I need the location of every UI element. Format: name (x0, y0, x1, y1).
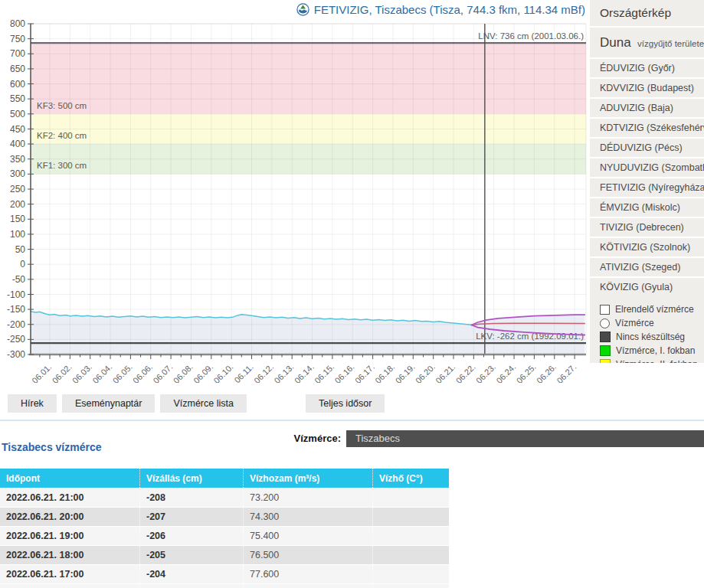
cell-discharge: 76.500 (243, 546, 372, 564)
cell-timestamp: 2022.06.21. 18:00 (0, 546, 139, 564)
table-row: 2022.06.21. 21:00 -208 73.200 (0, 488, 449, 507)
svg-text:06.14.: 06.14. (293, 362, 316, 383)
svg-text:700: 700 (10, 48, 25, 59)
svg-text:-50: -50 (12, 274, 26, 285)
sidebar-item[interactable]: ÉMVIZIG (Miskolc) (590, 197, 704, 217)
svg-text:500: 500 (10, 109, 25, 119)
legend-swatch-icon (600, 359, 611, 363)
water-level-chart-panel: FETIVIZIG, Tiszabecs (Tisza, 744.3 fkm, … (0, 0, 590, 383)
sidebar-item[interactable]: ATIVIZIG (Szeged) (590, 256, 704, 276)
water-level-chart: KF3: 500 cmKF2: 400 cmKF1: 300 cmLNV: 73… (0, 0, 590, 383)
legend-row: Vízmérce (590, 316, 704, 330)
cell-timestamp: 2022.06.21. 19:00 (0, 527, 139, 545)
page-title: Tiszabecs vízmérce (2, 441, 102, 453)
sidebar-item[interactable]: DÉDUVIZIG (Pécs) (590, 137, 704, 157)
tab[interactable]: Hírek (8, 394, 57, 413)
sidebar-item[interactable]: KDTVIZIG (Székesfehérvár) (590, 117, 704, 137)
svg-text:-150: -150 (7, 304, 25, 315)
legend-swatch-icon (600, 332, 611, 342)
svg-text:06.04.: 06.04. (90, 362, 113, 383)
svg-text:06.01.: 06.01. (30, 362, 53, 383)
sidebar-basin-title[interactable]: Duna vízgyűjtő területe (590, 26, 704, 57)
cell-water-temp (372, 546, 449, 564)
basin-name: Duna (600, 35, 631, 50)
sidebar-item[interactable]: FETIVIZIG (Nyíregyháza) (590, 177, 704, 197)
svg-text:06.25.: 06.25. (515, 362, 538, 383)
water-monitoring-page: { "title": "FETIVIZIG, Tiszabecs (Tisza,… (0, 0, 704, 588)
table-row: 2022.06.21. 17:00 -204 77.600 (0, 564, 449, 583)
svg-text:KF1: 300 cm: KF1: 300 cm (37, 161, 87, 170)
tab-bar: Hírek Eseménynaptár Vízmérce lista Telje… (0, 394, 704, 414)
sidebar-item[interactable]: KDVVIZIG (Budapest) (590, 77, 704, 97)
svg-text:06.22.: 06.22. (454, 362, 477, 383)
cell-timestamp: 2022.06.21. 20:00 (0, 508, 139, 526)
legend-row: Nincs készültség (590, 330, 704, 344)
svg-text:06.10.: 06.10. (211, 362, 234, 383)
table-row-partial (0, 583, 449, 588)
table-body: 2022.06.21. 21:00 -208 73.200 2022.06.21… (0, 488, 449, 583)
svg-text:250: 250 (10, 184, 25, 194)
svg-text:KF3: 500 cm: KF3: 500 cm (37, 101, 87, 110)
svg-text:-200: -200 (7, 319, 25, 330)
legend-row: Vízmérce, II. fokban (590, 358, 704, 363)
svg-text:06.21.: 06.21. (434, 362, 457, 383)
sidebar-item[interactable]: KÖVIZIG (Gyula) (590, 276, 704, 296)
sidebar-item[interactable]: ÉDUVIZIG (Győr) (590, 57, 704, 77)
legend-label: Nincs készültség (616, 332, 685, 342)
gauge-select[interactable]: Tiszabecs (346, 430, 704, 447)
legend-label: Elrendelő vízmérce (615, 304, 694, 315)
col-header-discharge: Vízhozam (m³/s) (243, 469, 372, 488)
table-header-row: Időpont Vízállás (cm) Vízhozam (m³/s) Ví… (0, 469, 449, 488)
tab[interactable]: Eseménynaptár (62, 394, 156, 413)
svg-text:06.27.: 06.27. (555, 362, 578, 383)
cell-timestamp: 2022.06.21. 17:00 (0, 565, 139, 583)
svg-text:50: 50 (15, 244, 26, 255)
svg-text:450: 450 (10, 124, 25, 135)
svg-text:-100: -100 (7, 289, 25, 300)
col-header-water-level: Vízállás (cm) (139, 469, 243, 488)
sidebar-item[interactable]: TIVIZIG (Debrecen) (590, 217, 704, 237)
svg-text:06.19.: 06.19. (394, 362, 417, 383)
svg-text:350: 350 (10, 154, 25, 165)
svg-text:06.20.: 06.20. (414, 362, 437, 383)
svg-text:06.05.: 06.05. (111, 362, 134, 383)
sidebar-item[interactable]: KÖTIVIZIG (Szolnok) (590, 237, 704, 256)
cell-water-temp (372, 488, 449, 507)
cell-water-level: -205 (139, 546, 243, 564)
svg-text:06.13.: 06.13. (272, 362, 295, 383)
svg-text:06.23.: 06.23. (474, 362, 497, 383)
cell-water-temp (372, 527, 449, 545)
measurements-table: Időpont Vízállás (cm) Vízhozam (m³/s) Ví… (0, 469, 449, 588)
svg-text:06.12.: 06.12. (252, 362, 275, 383)
sidebar-item[interactable]: ADUVIZIG (Baja) (590, 97, 704, 117)
cell-discharge: 75.400 (243, 527, 372, 545)
chart-title: FETIVIZIG, Tiszabecs (Tisza, 744.3 fkm, … (296, 3, 585, 16)
section-divider (0, 420, 704, 421)
sidebar-item[interactable]: NYUDUVIZIG (Szombathely) (590, 157, 704, 177)
tab[interactable]: Vízmérce lista (160, 394, 247, 413)
svg-text:06.03.: 06.03. (70, 362, 93, 383)
table-row: 2022.06.21. 18:00 -205 76.500 (0, 545, 449, 564)
svg-text:06.18.: 06.18. (373, 362, 396, 383)
svg-text:KF2: 400 cm: KF2: 400 cm (37, 131, 87, 140)
cell-water-level: -204 (139, 565, 243, 583)
legend-label: Vízmérce, II. fokban (616, 359, 698, 363)
table-row: 2022.06.21. 20:00 -207 74.300 (0, 507, 449, 526)
cell-water-temp (372, 508, 449, 526)
svg-text:150: 150 (10, 214, 25, 224)
svg-text:800: 800 (10, 18, 25, 29)
svg-text:06.09.: 06.09. (192, 362, 214, 383)
svg-text:550: 550 (10, 93, 25, 104)
svg-text:-300: -300 (7, 349, 25, 360)
legend-swatch-icon (600, 345, 611, 356)
svg-text:650: 650 (10, 64, 25, 74)
sidebar-header-country-map[interactable]: Országtérkép (590, 0, 704, 26)
svg-text:0: 0 (20, 259, 25, 270)
svg-text:06.06.: 06.06. (131, 362, 154, 383)
col-header-timestamp: Időpont (0, 469, 139, 488)
svg-text:750: 750 (10, 34, 25, 44)
tab-full-timeseries[interactable]: Teljes idősor (306, 394, 385, 413)
legend-label: Vízmérce (615, 318, 654, 328)
svg-text:06.26.: 06.26. (535, 362, 558, 383)
cell-discharge: 74.300 (243, 508, 372, 526)
